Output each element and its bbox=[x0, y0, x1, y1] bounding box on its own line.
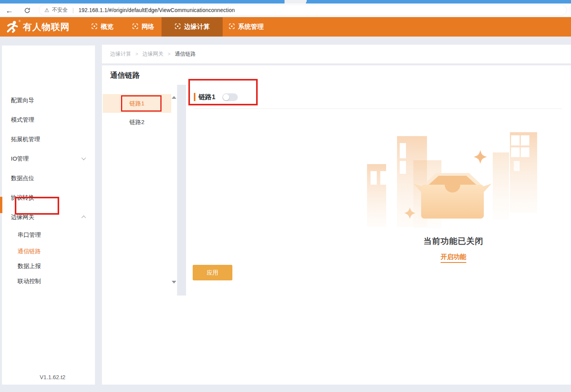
breadcrumb-separator: > bbox=[168, 51, 170, 57]
not-secure-warning-icon: ⚠ bbox=[44, 7, 49, 13]
link-tab-label: 链路2 bbox=[130, 119, 144, 126]
scan-icon bbox=[132, 23, 139, 31]
nav-tab-network[interactable]: 网络 bbox=[125, 17, 162, 37]
sidebar-subitem-label: 数据上报 bbox=[18, 262, 41, 270]
back-button[interactable]: ← bbox=[4, 5, 15, 16]
link-tab-label: 链路1 bbox=[130, 100, 144, 107]
sidebar-item-label: 配置向导 bbox=[11, 97, 34, 104]
app-header: ® 有人物联网 概览 网络 边缘计算 系统管理 bbox=[0, 17, 571, 37]
tablist-scroll-down-icon[interactable] bbox=[172, 281, 176, 284]
url-text[interactable]: 192.168.1.1/#/origin/defaultEdge/ViewCom… bbox=[79, 7, 235, 13]
nav-tab-label: 边缘计算 bbox=[184, 23, 210, 31]
empty-state-illustration bbox=[362, 128, 545, 233]
sidebar-subitem-label: 联动控制 bbox=[18, 278, 41, 285]
breadcrumb-item-current: 通信链路 bbox=[175, 51, 196, 58]
chevron-up-icon bbox=[81, 215, 86, 220]
scan-icon bbox=[91, 23, 98, 31]
security-label[interactable]: 不安全 bbox=[52, 7, 68, 14]
sidebar-item-label: 数据点位 bbox=[11, 175, 34, 182]
empty-state-title: 当前功能已关闭 bbox=[362, 236, 545, 247]
sidebar-item-mode-management[interactable]: 模式管理 bbox=[2, 116, 95, 124]
sidebar-subitem-linkage-control[interactable]: 联动控制 bbox=[2, 277, 95, 285]
toggle-knob bbox=[223, 94, 229, 100]
breadcrumb-item[interactable]: 边缘网关 bbox=[142, 51, 163, 58]
sidebar-item-config-wizard[interactable]: 配置向导 bbox=[2, 96, 95, 105]
chevron-down-icon bbox=[81, 156, 86, 160]
scan-icon bbox=[174, 23, 181, 31]
browser-tab-gap bbox=[285, 0, 307, 4]
sidebar-subitem-label: 串口管理 bbox=[18, 231, 41, 239]
nav-tab-label: 网络 bbox=[142, 23, 155, 31]
nav-tab-overview[interactable]: 概览 bbox=[84, 17, 121, 37]
registered-mark: ® bbox=[19, 20, 21, 23]
section-accent-bar bbox=[194, 93, 195, 101]
link-section-header: 链路1 bbox=[194, 93, 238, 102]
nav-tab-label: 概览 bbox=[101, 23, 114, 31]
page-title: 通信链路 bbox=[110, 70, 140, 80]
main-panel: 通信链路 链路1 链路2 链路1 应用 bbox=[102, 65, 571, 385]
sidebar-item-label: 边缘网关 bbox=[11, 214, 34, 221]
refresh-button[interactable] bbox=[22, 5, 33, 16]
usr-person-logo-icon: ® bbox=[6, 20, 20, 34]
sidebar-item-edge-gateway[interactable]: 边缘网关 bbox=[2, 213, 95, 221]
section-title: 链路1 bbox=[199, 93, 215, 102]
sidebar-item-label: 模式管理 bbox=[11, 116, 34, 124]
browser-toolbar: ← ⚠ 不安全 | 192.168.1.1/#/origin/defaultEd… bbox=[0, 4, 571, 17]
sidebar-item-label: 拓展机管理 bbox=[11, 136, 40, 143]
sidebar-active-indicator bbox=[0, 197, 2, 213]
sidebar-subitem-label: 通信链路 bbox=[18, 248, 41, 255]
firmware-version: V1.1.62.t2 bbox=[2, 374, 103, 380]
sidebar-item-data-points[interactable]: 数据点位 bbox=[2, 174, 95, 182]
breadcrumb-separator: > bbox=[135, 51, 138, 57]
sidebar: 配置向导 模式管理 拓展机管理 IO管理 数据点位 协议转换 边缘网关 串口管理… bbox=[2, 46, 95, 385]
sidebar-subitem-communication-link[interactable]: 通信链路 bbox=[2, 247, 95, 256]
link-tab-2[interactable]: 链路2 bbox=[103, 113, 171, 131]
address-separator: | bbox=[72, 7, 74, 13]
enable-feature-link[interactable]: 开启功能 bbox=[441, 253, 466, 263]
logo-title: 有人物联网 bbox=[23, 21, 70, 33]
apply-button[interactable]: 应用 bbox=[193, 265, 232, 280]
address-bar[interactable]: ⚠ 不安全 | 192.168.1.1/#/origin/defaultEdge… bbox=[39, 5, 567, 16]
sidebar-subitem-data-report[interactable]: 数据上报 bbox=[2, 262, 95, 270]
app-logo: ® 有人物联网 bbox=[6, 17, 70, 37]
sidebar-item-io-management[interactable]: IO管理 bbox=[2, 154, 95, 163]
sidebar-item-protocol-conversion[interactable]: 协议转换 bbox=[2, 193, 95, 202]
nav-tab-edge-computing[interactable]: 边缘计算 bbox=[162, 17, 223, 37]
panel-divider bbox=[177, 85, 186, 296]
breadcrumb-item[interactable]: 边缘计算 bbox=[110, 51, 131, 58]
nav-tab-system[interactable]: 系统管理 bbox=[223, 17, 269, 37]
breadcrumb: 边缘计算 > 边缘网关 > 通信链路 bbox=[102, 45, 571, 63]
scan-icon bbox=[228, 23, 235, 31]
sidebar-item-label: IO管理 bbox=[11, 155, 29, 163]
sidebar-item-expander-management[interactable]: 拓展机管理 bbox=[2, 135, 95, 144]
link-tab-1[interactable]: 链路1 bbox=[103, 94, 171, 113]
browser-tab-strip-right bbox=[306, 0, 571, 4]
sidebar-item-label: 协议转换 bbox=[11, 194, 34, 201]
section-divider-line bbox=[194, 108, 562, 109]
tablist-scroll-up-icon[interactable] bbox=[172, 96, 176, 99]
empty-state: 当前功能已关闭 开启功能 bbox=[362, 128, 545, 263]
sidebar-subitem-serial-management[interactable]: 串口管理 bbox=[2, 231, 95, 239]
nav-tab-label: 系统管理 bbox=[238, 23, 264, 31]
link1-toggle[interactable] bbox=[222, 93, 238, 101]
